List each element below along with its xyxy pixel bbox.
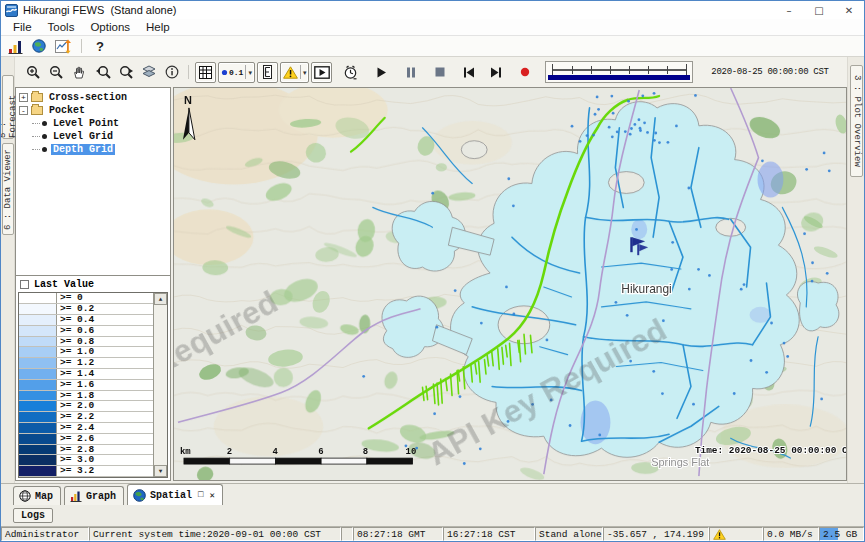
info-button[interactable] (161, 62, 182, 83)
scroll-down-icon[interactable]: ▼ (154, 465, 167, 477)
legend-row[interactable]: >= 2.6 (19, 434, 153, 445)
record-button[interactable] (514, 62, 535, 83)
zoom-next-button[interactable] (115, 62, 136, 83)
scalar-chart-button[interactable] (53, 37, 73, 55)
app-window: Hikurangi FEWS (Stand alone) – □ ✕ FileT… (0, 0, 865, 542)
zoom-in-button[interactable] (23, 62, 44, 83)
tree-item-cross-section[interactable]: + Cross-section (18, 91, 168, 104)
minimize-button[interactable]: – (774, 1, 804, 19)
menu-item[interactable]: Options (82, 21, 138, 33)
skip-to-end-button[interactable] (485, 62, 506, 83)
last-value-checkbox[interactable] (20, 280, 29, 289)
warning-icon (713, 529, 726, 540)
legend-color-swatch (19, 358, 57, 368)
interval-value: 0.1 (229, 68, 243, 77)
scroll-up-icon[interactable]: ▲ (154, 293, 167, 305)
legend-row-label: >= 0.2 (57, 304, 94, 314)
bottom-tab-bar: Map Graph Spatial □ ✕ (1, 483, 864, 505)
blue-globe-icon (133, 489, 146, 502)
tab-graph[interactable]: Graph (64, 486, 124, 505)
help-button[interactable]: ? (90, 37, 110, 55)
tab-data-viewer[interactable]: 6 : Data Viewer (2, 143, 14, 235)
timeline-slider[interactable] (545, 61, 693, 83)
legend-row-label: >= 2.0 (57, 401, 94, 411)
legend-row[interactable]: >= 1.6 (19, 380, 153, 391)
pan-hand-button[interactable] (69, 62, 90, 83)
legend-color-swatch (19, 466, 57, 476)
collapse-icon[interactable]: - (19, 106, 28, 115)
menu-item[interactable]: Tools (40, 21, 83, 33)
close-button[interactable]: ✕ (834, 1, 864, 19)
database-chart-button[interactable] (5, 37, 25, 55)
last-value-label: Last Value (34, 279, 94, 290)
tree-item-level-grid[interactable]: Level Grid (18, 130, 168, 143)
status-network-speed: 0.0 MB/s (763, 527, 819, 541)
stop-button[interactable] (429, 62, 450, 83)
svg-text:6: 6 (318, 447, 323, 457)
tab-graph-label: Graph (86, 491, 116, 502)
legend-color-swatch (19, 315, 57, 325)
tree-item-label: Cross-section (47, 92, 129, 103)
bullet-icon (42, 121, 47, 126)
tree-item-pocket[interactable]: - Pocket (18, 104, 168, 117)
pause-button[interactable] (400, 62, 421, 83)
tab-map[interactable]: Map (13, 486, 61, 505)
warning-icon (283, 66, 298, 79)
globe-button[interactable] (29, 37, 49, 55)
status-warning-cell[interactable] (709, 527, 763, 541)
svg-text:10: 10 (406, 447, 417, 457)
status-bar: Administrator Current system time:2020-0… (1, 526, 864, 541)
legend-row-label: >= 2.6 (57, 434, 94, 444)
thresholds-warning-dropdown[interactable]: ▾ (280, 62, 310, 83)
tree-item-depth-grid[interactable]: Depth Grid (18, 143, 168, 156)
map-canvas[interactable]: API Key Required API Key Required N km (174, 88, 846, 480)
tab-plot-overview[interactable]: 3 : Plot Overview (850, 65, 863, 177)
timeline-track[interactable] (552, 69, 686, 71)
tree-item-label: Level Point (51, 118, 121, 129)
legend-row-label: >= 1.0 (57, 347, 94, 357)
svg-text:8: 8 (363, 447, 368, 457)
right-tab-strip: 3 : Plot Overview (847, 57, 864, 483)
maximize-button[interactable]: □ (804, 1, 834, 19)
legend-color-swatch (19, 412, 57, 422)
menu-item[interactable]: Help (138, 21, 178, 33)
legend-row-label: >= 0.8 (57, 337, 94, 347)
logs-button[interactable]: Logs (13, 508, 53, 523)
tab-forecast-label: 5 : Forecast (0, 76, 18, 138)
play-button[interactable] (371, 62, 392, 83)
legend-scrollbar[interactable]: ▲ ▼ (153, 293, 167, 477)
status-mode: Stand alone (535, 527, 603, 541)
bar-chart-icon (70, 490, 82, 502)
grid-display-button[interactable] (195, 62, 216, 83)
app-icon (5, 4, 18, 17)
expand-icon[interactable]: + (19, 93, 28, 102)
status-system-time: Current system time:2020-09-01 00:00 CST (89, 527, 341, 541)
legend-row[interactable]: >= 3.2 (19, 466, 153, 477)
tree-item-level-point[interactable]: Level Point (18, 117, 168, 130)
timeline-progress-bar (548, 75, 690, 80)
data-viewer-panel: + Cross-section - Pocket Level P (15, 87, 171, 481)
zoom-out-button[interactable] (46, 62, 67, 83)
tab-restore-icon[interactable]: □ (198, 490, 203, 500)
tab-spatial-label: Spatial (150, 490, 192, 501)
help-icon: ? (96, 39, 104, 54)
tab-plot-overview-label: 3 : Plot Overview (852, 75, 862, 167)
status-local-time: 16:27:18 CST (443, 527, 535, 541)
menu-item[interactable]: File (5, 21, 40, 33)
spatial-map[interactable]: API Key Required API Key Required N km (173, 87, 847, 481)
skip-to-start-button[interactable] (458, 62, 479, 83)
animation-timer-button[interactable] (340, 62, 361, 83)
legend-row-label: >= 1.2 (57, 358, 94, 368)
tab-forecast[interactable]: 5 : Forecast (2, 75, 14, 139)
legend-row-label: >= 2.8 (57, 445, 94, 455)
tab-spatial[interactable]: Spatial □ ✕ (127, 484, 223, 505)
legend-scale-button[interactable] (257, 62, 278, 83)
title-bar[interactable]: Hikurangi FEWS (Stand alone) – □ ✕ (1, 1, 864, 19)
last-value-option[interactable]: Last Value (16, 276, 170, 292)
layers-button[interactable] (138, 62, 159, 83)
animate-display-button[interactable] (311, 62, 332, 83)
tab-close-icon[interactable]: ✕ (209, 490, 214, 501)
class-interval-dropdown[interactable]: 0.1 ▾ (218, 62, 255, 83)
map-toolbar: 0.1 ▾ ▾ (15, 57, 847, 87)
zoom-previous-button[interactable] (92, 62, 113, 83)
